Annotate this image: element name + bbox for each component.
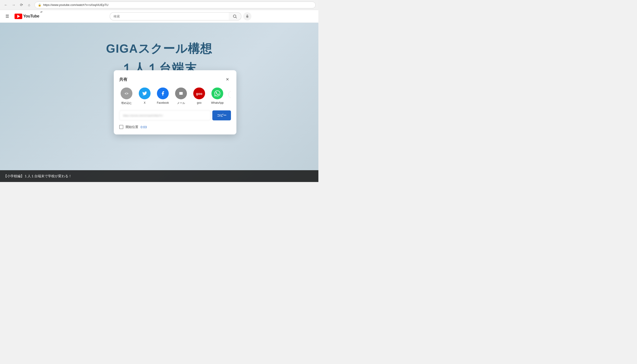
- search-wrapper: [46, 12, 315, 20]
- share-item-embed[interactable]: <> 埋め込む: [119, 88, 134, 105]
- url-copy-row: コピー: [119, 110, 231, 120]
- browser-chrome: ← → ⟳ ⌂ 🔒 https://www.youtube.com/watch?…: [0, 0, 318, 10]
- forward-button[interactable]: →: [11, 2, 17, 8]
- reload-button[interactable]: ⟳: [18, 2, 25, 8]
- whatsapp-label: WhatsApp: [211, 101, 223, 104]
- embed-icon: <>: [121, 88, 132, 100]
- timestamp-checkbox[interactable]: [119, 125, 123, 129]
- bottom-bar: 【小学校編】１人１台端末で学校が変わる！: [0, 170, 318, 182]
- twitter-label: X: [144, 101, 146, 104]
- timestamp-value: 0:03: [141, 125, 147, 129]
- share-item-whatsapp[interactable]: WhatsApp: [210, 88, 225, 104]
- share-dialog: 共有 ✕ <> 埋め込む X: [114, 70, 236, 134]
- svg-line-1: [236, 17, 237, 18]
- youtube-logo[interactable]: YouTube JP: [15, 14, 43, 19]
- share-close-button[interactable]: ✕: [224, 76, 231, 83]
- email-icon: [175, 88, 187, 100]
- share-item-facebook[interactable]: Facebook: [156, 88, 170, 104]
- youtube-logo-text: YouTube: [23, 14, 39, 18]
- whatsapp-icon: [211, 88, 223, 100]
- svg-point-0: [233, 15, 236, 18]
- url-input[interactable]: [119, 110, 211, 120]
- timestamp-label: 開始位置: [126, 125, 138, 129]
- copy-button[interactable]: コピー: [212, 110, 231, 120]
- share-item-goo[interactable]: goo goo: [192, 88, 206, 104]
- back-button[interactable]: ←: [3, 2, 9, 8]
- bottom-title: 【小学校編】１人１台端末で学校が変わる！: [4, 174, 72, 178]
- lock-icon: 🔒: [38, 4, 41, 6]
- facebook-icon: [157, 88, 169, 100]
- scroll-right-button[interactable]: >: [228, 91, 231, 98]
- search-bar: [110, 12, 241, 20]
- embed-label: 埋め込む: [121, 101, 132, 105]
- timestamp-row: 開始位置 0:03: [119, 125, 231, 129]
- goo-label: goo: [197, 101, 201, 104]
- url-text: https://www.youtube.com/watch?v=sXsqAIUE…: [43, 3, 108, 6]
- email-label: メール: [177, 101, 185, 105]
- video-title-main: GIGAスクール構想: [106, 41, 212, 57]
- share-header: 共有 ✕: [119, 76, 231, 83]
- search-input[interactable]: [110, 12, 229, 20]
- goo-icon: goo: [193, 88, 205, 100]
- share-item-email[interactable]: メール: [174, 88, 188, 105]
- nav-buttons: ← → ⟳ ⌂: [3, 2, 32, 8]
- youtube-logo-jp: JP: [40, 11, 43, 13]
- share-icons-row: <> 埋め込む X Facebook: [119, 88, 231, 105]
- share-dialog-title: 共有: [119, 77, 127, 82]
- twitter-icon: [139, 88, 151, 100]
- facebook-label: Facebook: [157, 101, 169, 104]
- youtube-logo-icon: [15, 14, 22, 19]
- search-button[interactable]: [229, 12, 241, 20]
- microphone-button[interactable]: [243, 12, 251, 20]
- address-bar[interactable]: 🔒 https://www.youtube.com/watch?v=sXsqAI…: [35, 2, 316, 8]
- youtube-header: ☰ YouTube JP: [0, 10, 318, 23]
- share-item-twitter[interactable]: X: [137, 88, 152, 104]
- hamburger-icon[interactable]: ☰: [4, 12, 11, 21]
- main-content: GIGAスクール構想 １人１台端末 （小 【小学校編】１人１台端末で学校が変わる…: [0, 23, 318, 182]
- home-button[interactable]: ⌂: [26, 2, 32, 8]
